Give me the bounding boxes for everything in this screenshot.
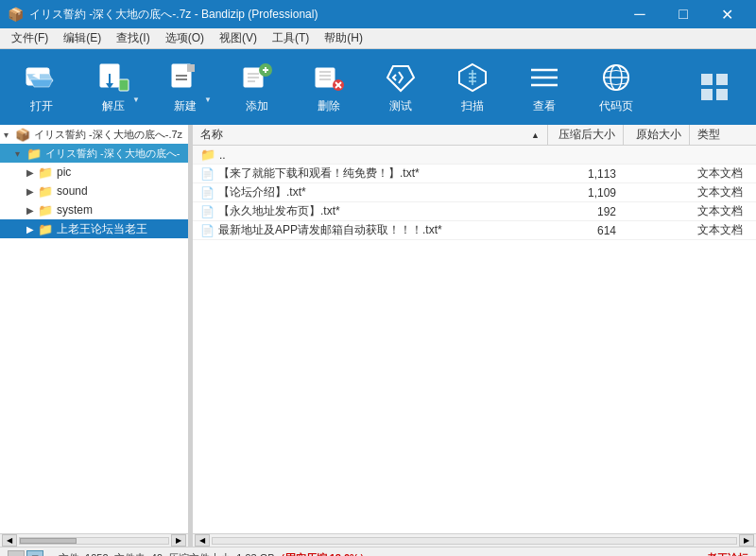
hscroll-right: ◀ ▶ <box>193 534 756 547</box>
file-name-4: 📄 最新地址及APP请发邮箱自动获取！！！.txt* <box>193 222 548 238</box>
hscroll-left: ◀ ▶ <box>0 534 189 547</box>
menu-tools[interactable]: 工具(T) <box>265 28 317 48</box>
col-name[interactable]: 名称 ▲ <box>193 125 548 145</box>
svg-rect-28 <box>701 74 713 85</box>
txt-icon-1: 📄 <box>200 167 215 181</box>
col-csize[interactable]: 压缩后大小 <box>548 125 624 145</box>
tree-item-pic[interactable]: ▶ 📁 pic <box>0 163 188 182</box>
statusbar-main-text: 文件: 1052, 文件夹: 49, 压缩文件大小: 1.93 GB <box>59 552 275 556</box>
file-row-up[interactable]: 📁 .. <box>193 146 756 165</box>
menu-find[interactable]: 查找(I) <box>109 28 157 48</box>
tree-panel: ▾ 📦 イリス誓約 -深く大地の底へ-.7z ▾ 📁 イリス誓約 -深く大地の底… <box>0 125 189 533</box>
file-csize-4: 614 <box>548 224 624 237</box>
statusbar-text: 文件: 1052, 文件夹: 49, 压缩文件大小: 1.93 GB（固实压缩,… <box>59 551 699 556</box>
statusbar-logo: 老王论坛 <box>707 551 748 556</box>
test-button[interactable]: 测试 <box>367 53 435 121</box>
txt-icon-3: 📄 <box>200 205 215 218</box>
tree-item-system[interactable]: ▶ 📁 system <box>0 200 188 219</box>
add-button[interactable]: 添加 <box>223 53 291 121</box>
codepage-button[interactable]: 代码页 <box>582 53 650 121</box>
add-label: 添加 <box>246 98 268 114</box>
file-row-1[interactable]: 📄 【来了就能下载和观看！纯免费！】.txt* 1,113 文本文档 <box>193 165 756 183</box>
file-type-4: 文本文档 <box>690 222 756 238</box>
tree-item-deep[interactable]: ▾ 📁 イリス誓約 -深く大地の底へ- <box>0 144 188 163</box>
hscroll-left-track[interactable] <box>19 537 169 545</box>
file-row-2[interactable]: 📄 【论坛介绍】.txt* 1,109 文本文档 <box>193 183 756 202</box>
hscroll-left-arrow-right[interactable]: ◀ <box>195 534 210 547</box>
hscroll-right-arrow-left[interactable]: ▶ <box>171 534 186 547</box>
hscroll-right-arrow-right[interactable]: ▶ <box>739 534 754 547</box>
menu-options[interactable]: 选项(O) <box>158 28 212 48</box>
new-label: 新建 <box>174 98 197 114</box>
file-row-4[interactable]: 📄 最新地址及APP请发邮箱自动获取！！！.txt* 614 文本文档 <box>193 221 756 240</box>
file-type-2: 文本文档 <box>690 184 756 200</box>
file-name-1: 📄 【来了就能下载和观看！纯免费！】.txt* <box>193 165 548 182</box>
menu-view[interactable]: 视图(V) <box>212 28 265 48</box>
file-panel: 名称 ▲ 压缩后大小 原始大小 类型 📁 .. <box>193 125 756 533</box>
tree-label-deep: イリス誓約 -深く大地の底へ- <box>45 147 180 161</box>
folder-icon-laowang: 📁 <box>38 222 53 236</box>
minimize-button[interactable]: ─ <box>618 0 662 28</box>
tree-label-system: system <box>57 203 93 217</box>
svg-rect-3 <box>119 79 129 91</box>
app-icon: 📦 <box>8 7 24 22</box>
file-row-3[interactable]: 📄 【永久地址发布页】.txt* 192 文本文档 <box>193 202 756 221</box>
open-label: 打开 <box>30 98 53 114</box>
folder-icon-deep: 📁 <box>26 147 42 161</box>
delete-button[interactable]: 删除 <box>295 53 363 121</box>
maximize-button[interactable]: □ <box>662 0 705 28</box>
menu-file[interactable]: 文件(F) <box>4 28 56 48</box>
hscroll-left-thumb <box>20 538 77 544</box>
hscroll-row: ◀ ▶ ◀ ▶ <box>0 533 756 547</box>
tree-label-laowang: 上老王论坛当老王 <box>57 221 147 237</box>
tree-expand-archive[interactable]: ▾ <box>4 130 15 140</box>
scan-button[interactable]: 扫描 <box>438 53 507 121</box>
titlebar: 📦 イリス誓約 -深く大地の底へ-.7z - Bandizip (Profess… <box>0 0 756 28</box>
col-type[interactable]: 类型 <box>690 125 756 145</box>
tree-label-pic: pic <box>57 165 71 179</box>
new-button[interactable]: ▼ 新建 <box>151 53 219 121</box>
folder-up-icon: 📁 <box>200 148 215 162</box>
hscroll-left-arrow[interactable]: ◀ <box>2 534 17 547</box>
file-type-1: 文本文档 <box>690 165 756 182</box>
svg-rect-5 <box>187 64 195 72</box>
delete-label: 删除 <box>318 98 340 114</box>
extract-label: 解压 <box>102 98 125 114</box>
window-title: イリス誓約 -深く大地の底へ-.7z - Bandizip (Professio… <box>29 7 618 23</box>
tree-expand-laowang[interactable]: ▶ <box>26 224 38 235</box>
tree-expand-deep[interactable]: ▾ <box>15 148 26 159</box>
tree-item-sound[interactable]: ▶ 📁 sound <box>0 182 188 200</box>
file-list-header: 名称 ▲ 压缩后大小 原始大小 类型 <box>193 125 756 146</box>
grid-button[interactable] <box>680 53 748 121</box>
statusbar-icons: ≡ ⊞ <box>8 550 43 557</box>
scan-label: 扫描 <box>461 98 484 114</box>
txt-icon-2: 📄 <box>200 186 215 200</box>
txt-icon-4: 📄 <box>200 224 215 237</box>
file-name-3: 📄 【永久地址发布页】.txt* <box>193 203 548 219</box>
svg-rect-15 <box>316 68 335 87</box>
folder-icon-sound: 📁 <box>38 184 53 199</box>
hscroll-right-track[interactable] <box>212 537 737 545</box>
tree-item-laowang[interactable]: ▶ 📁 上老王论坛当老王 <box>0 219 188 238</box>
menu-edit[interactable]: 编辑(E) <box>56 28 109 48</box>
tree-expand-pic[interactable]: ▶ <box>26 167 38 178</box>
view-label: 查看 <box>533 98 556 114</box>
file-name-up: 📁 .. <box>193 148 548 162</box>
tree-item-archive[interactable]: ▾ 📦 イリス誓約 -深く大地の底へ-.7z <box>0 125 188 144</box>
menu-help[interactable]: 帮助(H) <box>317 28 370 48</box>
col-size[interactable]: 原始大小 <box>624 125 690 145</box>
statusbar-icon-list[interactable]: ≡ <box>8 550 25 557</box>
statusbar-icon-details[interactable]: ⊞ <box>26 550 43 557</box>
extract-button[interactable]: ▼ 解压 <box>79 53 147 121</box>
tree-expand-system[interactable]: ▶ <box>26 205 38 216</box>
statusbar-highlight: （固实压缩,18.0%） <box>275 552 369 556</box>
archive-icon: 📦 <box>15 128 30 142</box>
open-button[interactable]: 打开 <box>8 53 76 121</box>
view-button[interactable]: 查看 <box>510 53 578 121</box>
file-type-3: 文本文档 <box>690 203 756 219</box>
close-button[interactable]: ✕ <box>705 0 748 28</box>
toolbar: 打开 ▼ 解压 ▼ 新建 <box>0 49 756 125</box>
svg-rect-29 <box>716 74 728 85</box>
codepage-label: 代码页 <box>599 98 633 114</box>
tree-expand-sound[interactable]: ▶ <box>26 186 38 197</box>
